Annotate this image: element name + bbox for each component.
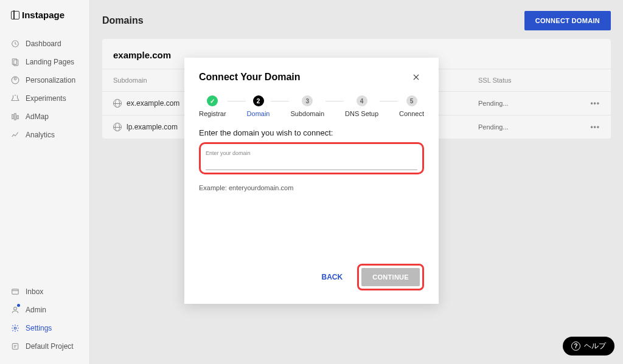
- continue-button-highlight: CONTINUE: [357, 264, 424, 290]
- globe-icon: [113, 123, 122, 131]
- step-label: Domain: [247, 110, 270, 117]
- svg-rect-11: [12, 343, 18, 349]
- svg-point-3: [14, 78, 16, 80]
- main-nav: Dashboard Landing Pages Personalization …: [0, 31, 89, 283]
- sidebar-item-label: Experiments: [26, 94, 66, 103]
- modal-title: Connect Your Domain: [199, 72, 301, 83]
- row-actions-button[interactable]: •••: [576, 99, 600, 108]
- personalization-icon: [11, 76, 19, 84]
- notification-dot: [17, 304, 20, 307]
- sidebar-item-label: Settings: [26, 324, 52, 332]
- settings-icon: [11, 324, 19, 332]
- sidebar-item-label: Inbox: [26, 287, 43, 296]
- sidebar-item-admap[interactable]: AdMap: [0, 108, 89, 126]
- step-number: 4: [357, 95, 367, 106]
- input-label: Enter your domain: [206, 150, 417, 156]
- example-text: Example: enteryourdomain.com: [199, 184, 424, 191]
- stepper: ✓ Registrar 2 Domain 3 Subdomain 4 DNS S…: [199, 95, 424, 117]
- help-icon: ?: [571, 342, 580, 351]
- sidebar-item-label: Dashboard: [26, 39, 61, 48]
- sidebar-item-label: Admin: [26, 306, 46, 314]
- ssl-status: Pending...: [478, 100, 576, 107]
- svg-rect-7: [17, 115, 18, 118]
- svg-point-10: [14, 327, 16, 329]
- sidebar-item-dashboard[interactable]: Dashboard: [0, 35, 89, 53]
- logo-icon: [11, 11, 19, 19]
- step-number: 3: [302, 95, 313, 106]
- step-label: Connect: [399, 110, 424, 117]
- sidebar-item-label: Analytics: [26, 131, 55, 139]
- sidebar-item-label: Landing Pages: [26, 58, 74, 66]
- sidebar-item-landing-pages[interactable]: Landing Pages: [0, 53, 89, 71]
- svg-rect-6: [15, 114, 16, 120]
- step-label: Subdomain: [290, 110, 324, 117]
- subdomain-value: lp.example.com: [127, 123, 178, 131]
- project-icon: [11, 342, 19, 351]
- pages-icon: [11, 58, 19, 66]
- step-dns-setup: 4 DNS Setup: [345, 95, 378, 117]
- help-button[interactable]: ? ヘルプ: [563, 337, 614, 355]
- connect-domain-modal: Connect Your Domain ✓ Registrar 2 Domain…: [184, 58, 439, 304]
- row-actions-button[interactable]: •••: [576, 123, 600, 131]
- instruction-text: Enter the domain you wish to connect:: [199, 128, 424, 137]
- continue-button[interactable]: CONTINUE: [361, 268, 420, 286]
- brand-name: Instapage: [22, 10, 64, 20]
- step-label: Registrar: [199, 110, 226, 117]
- step-number: 2: [253, 95, 264, 106]
- col-ssl: SSL Status: [478, 77, 600, 84]
- brand-logo[interactable]: Instapage: [0, 0, 89, 31]
- sidebar-item-experiments[interactable]: Experiments: [0, 89, 89, 108]
- step-number: 5: [406, 95, 417, 106]
- sidebar-item-admin[interactable]: Admin: [0, 301, 89, 319]
- admap-icon: [11, 112, 19, 121]
- svg-rect-5: [12, 115, 13, 119]
- close-button[interactable]: [412, 71, 424, 83]
- ssl-status: Pending...: [478, 123, 576, 131]
- step-connect: 5 Connect: [399, 95, 424, 117]
- admin-icon: [11, 306, 19, 314]
- sidebar-item-settings[interactable]: Settings: [0, 319, 89, 337]
- page-header: Domains CONNECT DOMAIN: [90, 0, 623, 39]
- domain-input-highlight: Enter your domain: [199, 142, 424, 174]
- svg-point-9: [14, 307, 17, 310]
- nav-bottom: Inbox Admin Settings Default Project: [0, 283, 89, 364]
- connect-domain-button[interactable]: CONNECT DOMAIN: [524, 11, 611, 30]
- experiments-icon: [11, 94, 19, 103]
- svg-rect-8: [12, 289, 19, 294]
- domain-input[interactable]: [206, 157, 417, 170]
- sidebar-item-default-project[interactable]: Default Project: [0, 337, 89, 355]
- sidebar-item-personalization[interactable]: Personalization: [0, 71, 89, 89]
- close-icon: [412, 73, 420, 81]
- dashboard-icon: [11, 39, 19, 48]
- help-label: ヘルプ: [584, 341, 606, 351]
- step-registrar: ✓ Registrar: [199, 95, 226, 117]
- step-domain: 2 Domain: [247, 95, 270, 117]
- back-button[interactable]: BACK: [314, 267, 350, 287]
- step-subdomain: 3 Subdomain: [290, 95, 324, 117]
- check-icon: ✓: [207, 95, 218, 106]
- sidebar-item-analytics[interactable]: Analytics: [0, 126, 89, 144]
- sidebar-item-label: AdMap: [26, 112, 49, 121]
- inbox-icon: [11, 287, 19, 296]
- step-label: DNS Setup: [345, 110, 378, 117]
- sidebar-item-inbox[interactable]: Inbox: [0, 283, 89, 301]
- globe-icon: [113, 99, 122, 108]
- page-title: Domains: [102, 15, 144, 26]
- sidebar: Instapage Dashboard Landing Pages Person…: [0, 0, 90, 364]
- analytics-icon: [11, 131, 19, 139]
- sidebar-item-label: Default Project: [26, 342, 74, 351]
- subdomain-value: ex.example.com: [127, 99, 179, 108]
- sidebar-item-label: Personalization: [26, 76, 75, 84]
